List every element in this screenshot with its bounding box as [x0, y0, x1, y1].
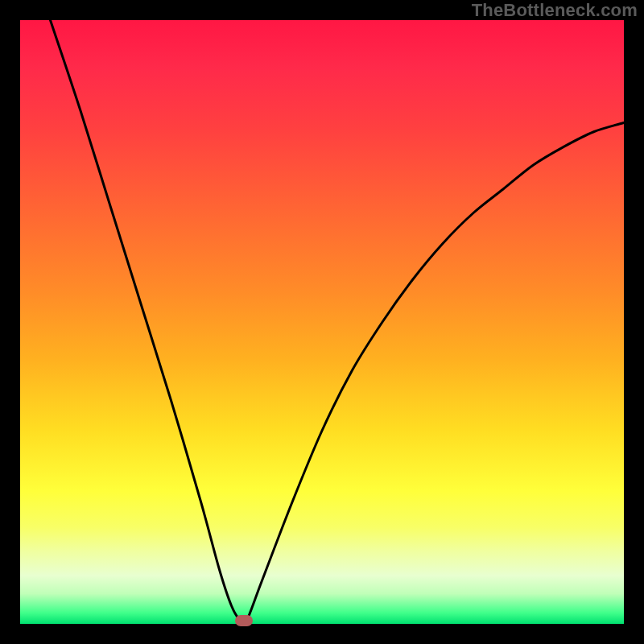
chart-frame: TheBottleneck.com: [0, 0, 644, 644]
watermark-text: TheBottleneck.com: [472, 0, 638, 21]
optimum-marker: [235, 615, 253, 626]
plot-area: [20, 20, 624, 624]
bottleneck-curve: [20, 20, 624, 624]
